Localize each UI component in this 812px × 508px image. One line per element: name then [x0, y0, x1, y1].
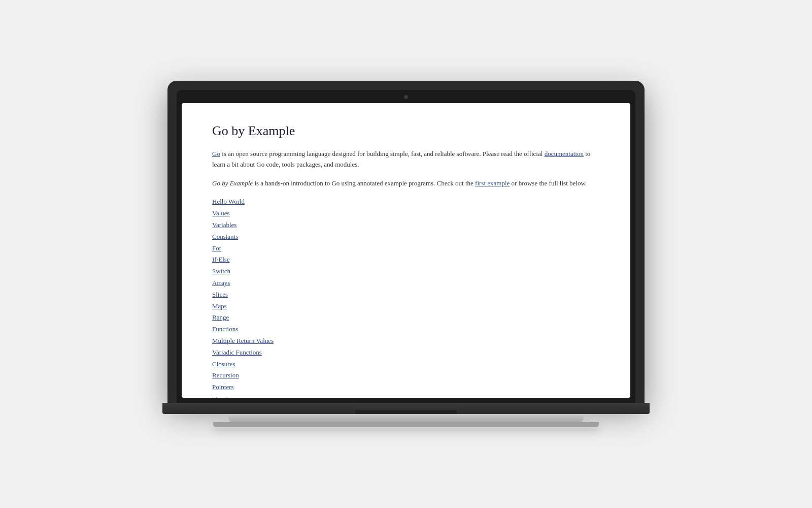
- go-link[interactable]: Go: [212, 150, 220, 157]
- list-item: Constants: [212, 232, 600, 242]
- example-link[interactable]: Multiple Return Values: [212, 337, 274, 344]
- list-item: Variables: [212, 220, 600, 231]
- intro-text-1: is an open source programming language d…: [222, 150, 544, 157]
- laptop-body: Go by Example Go is an open source progr…: [167, 81, 645, 403]
- intro-paragraph-2: Go by Example is a hands-on introduction…: [212, 178, 600, 189]
- list-item: Maps: [212, 301, 600, 312]
- example-link[interactable]: Structs: [212, 395, 230, 398]
- example-link[interactable]: Closures: [212, 360, 235, 368]
- example-link[interactable]: If/Else: [212, 256, 230, 263]
- list-item: Functions: [212, 324, 600, 335]
- intro-text-3: is a hands-on introduction to Go using a…: [254, 179, 475, 187]
- list-item: Switch: [212, 266, 600, 277]
- example-link[interactable]: Maps: [212, 302, 227, 310]
- example-link[interactable]: Range: [212, 313, 229, 321]
- list-item: Values: [212, 208, 600, 219]
- go-by-example-italic: Go by Example: [212, 179, 253, 187]
- list-item: Slices: [212, 290, 600, 300]
- list-item: Hello World: [212, 197, 600, 207]
- list-item: Multiple Return Values: [212, 336, 600, 346]
- example-link[interactable]: Arrays: [212, 279, 230, 287]
- list-item: Recursion: [212, 370, 600, 381]
- example-link[interactable]: Functions: [212, 325, 238, 333]
- laptop-base: [162, 403, 650, 414]
- example-list: Hello WorldValuesVariablesConstantsForIf…: [212, 197, 600, 398]
- list-item: For: [212, 243, 600, 254]
- example-link[interactable]: Hello World: [212, 198, 245, 205]
- example-link[interactable]: Variables: [212, 221, 236, 229]
- list-item: Structs: [212, 394, 600, 398]
- documentation-link[interactable]: documentation: [545, 150, 584, 157]
- laptop-foot: [213, 422, 599, 427]
- example-link[interactable]: For: [212, 244, 221, 252]
- list-item: If/Else: [212, 255, 600, 265]
- camera-dot: [404, 95, 408, 99]
- list-item: Pointers: [212, 382, 600, 393]
- first-example-link[interactable]: first example: [475, 179, 510, 187]
- example-link[interactable]: Recursion: [212, 371, 239, 379]
- laptop-wrapper: Go by Example Go is an open source progr…: [162, 81, 650, 427]
- example-link[interactable]: Constants: [212, 233, 238, 240]
- page-title: Go by Example: [212, 123, 600, 139]
- list-item: Closures: [212, 359, 600, 370]
- example-link[interactable]: Switch: [212, 267, 230, 275]
- list-item: Variadic Functions: [212, 347, 600, 358]
- intro-text-4: or browse the full list below.: [512, 179, 587, 187]
- intro-paragraph-1: Go is an open source programming languag…: [212, 149, 600, 170]
- laptop-stand: [228, 414, 584, 422]
- example-link[interactable]: Slices: [212, 291, 228, 298]
- example-link[interactable]: Pointers: [212, 383, 234, 391]
- example-link[interactable]: Values: [212, 209, 230, 217]
- screen-bezel: Go by Example Go is an open source progr…: [177, 90, 635, 403]
- list-item: Range: [212, 312, 600, 323]
- screen[interactable]: Go by Example Go is an open source progr…: [182, 103, 630, 398]
- list-item: Arrays: [212, 278, 600, 289]
- example-link[interactable]: Variadic Functions: [212, 348, 262, 356]
